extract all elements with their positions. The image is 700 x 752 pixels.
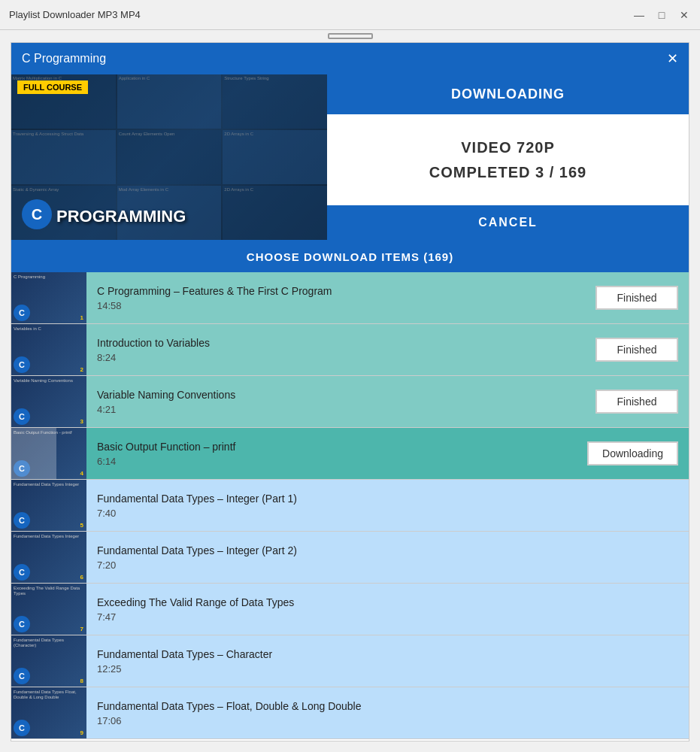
thumb-num: 6 [80,574,83,581]
thumb-label: C Programming [14,274,45,280]
maximize-button[interactable]: □ [655,8,668,22]
download-header: CHOOSE DOWNLOAD ITEMS (169) [11,241,689,272]
item-thumbnail: Fundamental Data Types Integer C 6 [11,532,86,583]
title-bar: Playlist Downloader MP3 MP4 — □ ✕ [0,0,700,30]
item-duration: 8:24 [97,352,574,363]
item-duration: 6:14 [97,456,566,467]
thumb-cell: Structure Types String [223,74,327,129]
info-content: VIDEO 720P COMPLETED 3 / 169 [327,114,689,205]
close-window-button[interactable]: ✕ [677,8,691,22]
thumb-num: 2 [80,366,83,373]
programming-text: PROGRAMMING [56,207,186,226]
dialog-close-button[interactable]: ✕ [667,50,678,67]
item-status: Downloading [577,441,689,465]
item-info: Introduction to Variables 8:24 [86,331,585,369]
status-badge: Finished [595,390,678,414]
item-title: Variable Naming Conventions [97,389,574,401]
list-item[interactable]: C Programming C 1 C Programming – Featur… [11,272,689,324]
video-quality: VIDEO 720P [461,139,555,156]
resize-grip[interactable] [328,33,373,39]
resize-handle[interactable] [0,30,700,42]
item-info: Fundamental Data Types – Integer (Part 1… [86,487,689,525]
status-badge: Downloading [587,441,678,465]
thumb-num: 7 [80,626,83,632]
completed-count: COMPLETED 3 / 169 [429,164,586,181]
item-title: Introduction to Variables [97,337,574,349]
item-thumbnail: Fundamental Data Types (Character) C 8 [11,635,86,687]
thumb-num: 5 [80,522,83,529]
thumb-cell: Application in C [117,74,222,129]
item-title: C Programming – Features & The First C P… [97,285,574,297]
item-title: Basic Output Function – printf [97,441,566,453]
thumb-inner: Variables in C C 2 [11,324,86,375]
items-list: C Programming C 1 C Programming – Featur… [11,272,689,739]
item-title: Fundamental Data Types – Integer (Part 2… [97,544,678,556]
c-logo: C [22,199,52,229]
item-thumbnail: C Programming C 1 [11,272,86,323]
thumb-cell: Traversing & Accessing Struct Data [11,130,116,184]
thumb-cell: Count Array Elements Open [117,130,222,184]
thumb-inner: Fundamental Data Types Integer C 6 [11,532,86,583]
status-badge: Finished [595,286,678,310]
list-item[interactable]: Fundamental Data Types (Character) C 8 F… [11,635,689,687]
thumbnail-image: Matrix Multiplication in C Application i… [11,74,327,240]
list-item[interactable]: Variables in C C 2 Introduction to Varia… [11,324,689,376]
item-info: Fundamental Data Types – Integer (Part 2… [86,538,689,577]
full-course-badge: FULL COURSE [17,80,88,94]
thumb-inner: Fundamental Data Types Integer C 5 [11,480,86,531]
item-duration: 4:21 [97,404,574,415]
item-thumbnail: Variables in C C 2 [11,324,86,375]
item-status: Finished [585,286,689,310]
list-item[interactable]: Basic Output Function - printf C 4 Basic… [11,428,689,480]
list-item[interactable]: Fundamental Data Types Integer C 6 Funda… [11,532,689,584]
item-info: Fundamental Data Types – Float, Double &… [86,694,689,732]
item-duration: 12:25 [97,663,678,675]
minimize-button[interactable]: — [632,8,646,22]
item-thumbnail: Variable Naming Conventions C 3 [11,376,86,427]
item-status: Finished [585,338,689,362]
item-info: Exceeding The Valid Range of Data Types … [86,590,689,629]
download-progress [11,428,56,479]
thumb-label: Variable Naming Conventions [14,378,73,384]
thumb-num: 3 [80,418,83,425]
item-status: Finished [585,390,689,414]
thumb-num: 1 [80,314,83,321]
main-window: C Programming ✕ Matrix Multiplication in… [11,42,689,741]
list-item[interactable]: Exceeding The Valid Range Data Types C 7… [11,584,689,635]
status-bar: DOWNLOADING [327,74,689,114]
thumb-inner: Variable Naming Conventions C 3 [11,376,86,427]
thumb-logo: C [14,305,30,321]
window-controls: — □ ✕ [632,8,691,22]
cancel-button[interactable]: CANCEL [327,205,689,240]
thumb-label: Fundamental Data Types Float, Double & L… [14,690,81,700]
thumb-num: 4 [80,470,83,477]
thumb-logo: C [14,668,30,684]
thumb-cell: 2D Arrays in C [223,130,327,184]
window-header: C Programming ✕ [11,43,689,74]
status-badge: Finished [595,338,678,362]
item-title: Fundamental Data Types – Integer (Part 1… [97,493,678,505]
app-title: Playlist Downloader MP3 MP4 [9,9,141,20]
item-thumbnail: Fundamental Data Types Integer C 5 [11,480,86,531]
list-item[interactable]: Fundamental Data Types Float, Double & L… [11,687,689,739]
item-thumbnail: Basic Output Function - printf C 4 [11,428,86,479]
item-title: Exceeding The Valid Range of Data Types [97,596,678,608]
thumb-inner: C Programming C 1 [11,272,86,323]
item-duration: 17:06 [97,715,678,726]
thumb-num: 8 [80,678,83,684]
thumb-label: Variables in C [14,326,41,332]
thumb-label: Fundamental Data Types (Character) [14,638,81,648]
list-item[interactable]: Fundamental Data Types Integer C 5 Funda… [11,480,689,532]
thumb-logo: C [14,564,30,581]
item-duration: 7:40 [97,508,678,519]
list-item[interactable]: Variable Naming Conventions C 3 Variable… [11,376,689,428]
item-duration: 7:20 [97,559,678,571]
item-duration: 7:47 [97,611,678,623]
thumb-logo: C [14,720,30,736]
thumb-inner: Fundamental Data Types Float, Double & L… [11,687,86,738]
item-info: C Programming – Features & The First C P… [86,279,585,317]
thumb-num: 9 [80,729,83,736]
thumb-label: Fundamental Data Types Integer [14,482,79,487]
item-info: Variable Naming Conventions 4:21 [86,383,585,421]
thumb-inner: Fundamental Data Types (Character) C 8 [11,635,86,687]
